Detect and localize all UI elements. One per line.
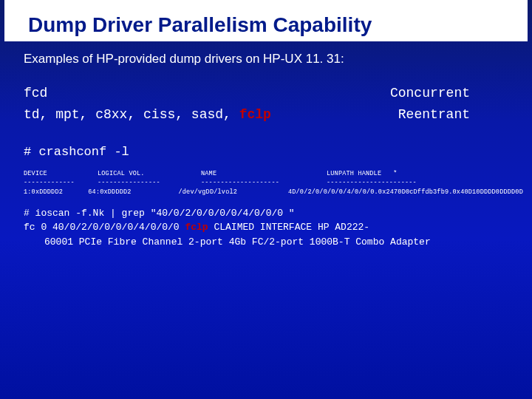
col-lunpath: LUNPATH HANDLE * xyxy=(327,169,523,179)
slide-title: Dump Driver Parallelism Capability xyxy=(4,0,528,41)
name-value: /dev/vgDD/lvol2 xyxy=(179,188,288,197)
driver-left-text: fcd xyxy=(24,86,47,100)
subtitle: Examples of HP-provided dump drivers on … xyxy=(0,41,532,66)
table-data-row: 1:0xDDDDD2 64:0xDDDDD2 /dev/vgDD/lvol2 4… xyxy=(24,188,523,197)
ioscan-command: # ioscan -f.Nk | grep "40/0/2/0/0/0/0/4/… xyxy=(24,206,514,221)
col-device: DEVICE xyxy=(24,169,98,179)
driver-row: fcd Concurrent xyxy=(24,83,514,104)
driver-capability: Reentrant xyxy=(398,104,470,126)
driver-list: fcd Concurrent td, mpt, c8xx, ciss, sasd… xyxy=(0,66,532,126)
table-header: DEVICE LOGICAL VOL. NAME LUNPATH HANDLE … xyxy=(24,169,523,179)
slide: Dump Driver Parallelism Capability Examp… xyxy=(0,0,532,399)
asterisk-icon: * xyxy=(393,170,397,177)
col-logical: LOGICAL VOL. xyxy=(98,169,201,179)
ioscan-result-line2: 60001 PCIe Fibre Channel 2-port 4Gb FC/2… xyxy=(24,235,514,250)
driver-capability: Concurrent xyxy=(390,83,470,104)
crashconf-command: # crashconf -l xyxy=(0,126,532,159)
table-divider: ------------- ---------------- ---------… xyxy=(24,178,523,188)
col-name: NAME xyxy=(201,169,327,179)
driver-left-text: td, mpt, c8xx, ciss, sasd, xyxy=(24,107,239,122)
lunpath-value: 4D/0/2/0/0/0/0/4/0/0/0.0x2470D0cDffdb3fb… xyxy=(288,188,523,197)
driver-row: td, mpt, c8xx, ciss, sasd, fclp Reentran… xyxy=(24,104,514,126)
driver-highlight: fclp xyxy=(239,107,271,122)
crashconf-output: DEVICE LOGICAL VOL. NAME LUNPATH HANDLE … xyxy=(0,159,532,197)
logical-value: 64:0xDDDDD2 xyxy=(88,188,178,197)
ioscan-driver-highlight: fclp xyxy=(185,222,208,233)
ioscan-block: # ioscan -f.Nk | grep "40/0/2/0/0/0/0/4/… xyxy=(0,197,532,250)
device-value: 1:0xDDDDD2 xyxy=(24,188,88,197)
ioscan-result-line1: fc 0 40/0/2/0/0/0/0/4/0/0/0 fclp CLAIMED… xyxy=(24,220,514,235)
